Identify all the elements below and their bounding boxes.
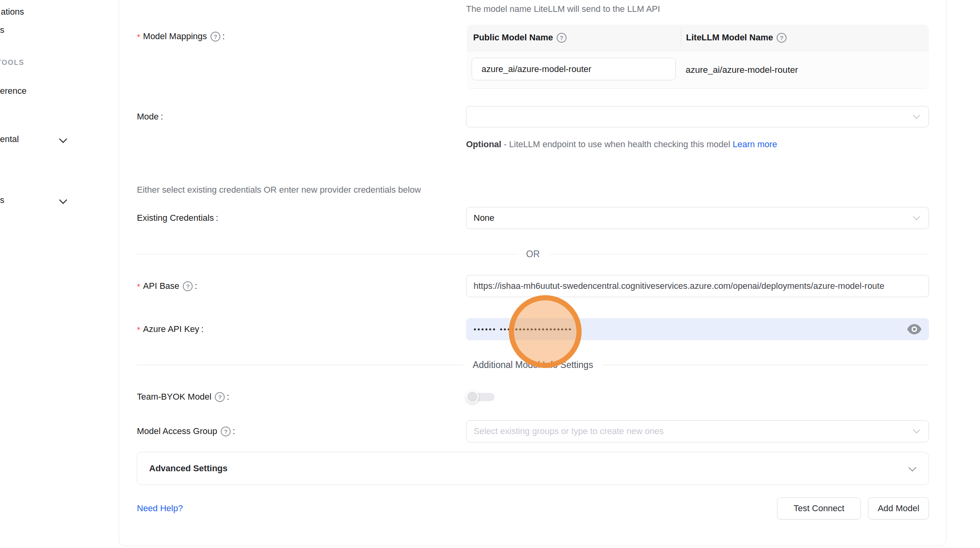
help-question-icon[interactable]: ? [215,392,225,402]
advanced-settings-panel[interactable]: Advanced Settings [137,452,929,485]
required-asterisk: * [137,32,140,42]
mode-label: Mode : [137,106,163,127]
mode-helper-text: Optional - LiteLLM endpoint to use when … [466,136,797,152]
learn-more-link[interactable]: Learn more [733,139,777,149]
label-text: Model Access Group [137,426,217,436]
api-base-input[interactable]: https://ishaa-mh6uutut-swedencentral.cog… [466,275,929,297]
chevron-down-icon [913,213,920,220]
help-question-icon[interactable]: ? [221,427,231,436]
label-text: Team-BYOK Model [137,392,211,402]
public-model-name-input[interactable]: azure_ai/azure-model-router [472,58,676,80]
toggle-handle [466,391,479,403]
label-text: API Base [143,281,180,291]
click-indicator-circle [509,295,582,368]
help-question-icon[interactable]: ? [183,281,193,291]
existing-credentials-label: Existing Credentials : [137,207,218,229]
api-base-label: * API Base ? : [137,275,197,297]
label-text: Existing Credentials [137,213,214,223]
sidebar-item-experimental[interactable]: ental [0,131,19,148]
required-asterisk: * [137,325,140,335]
helper-body: - LiteLLM endpoint to use when health ch… [501,139,733,149]
label-colon: : [222,31,225,42]
azure-api-key-label: * Azure API Key : [137,318,204,340]
sidebar-item-organizations[interactable]: ations [1,3,24,21]
header-text: Public Model Name [473,32,553,43]
need-help-link[interactable]: Need Help? [137,499,183,518]
help-question-icon[interactable]: ? [777,33,787,43]
header-text: LiteLLM Model Name [686,32,773,43]
select-placeholder: Select existing groups or type to create… [474,426,664,436]
test-connect-button[interactable]: Test Connect [777,497,861,520]
model-access-group-label: Model Access Group ? : [137,420,235,442]
header-public-model-name: Public Model Name ? [467,32,681,43]
help-question-icon[interactable]: ? [557,33,567,43]
label-text: Model Mappings [143,31,207,42]
label-colon: : [216,213,218,223]
sidebar-item-label: s [0,195,4,205]
chevron-down-icon[interactable] [59,135,67,143]
label-text: Azure API Key [143,324,199,334]
sidebar-item-api-reference[interactable]: erence [0,82,27,100]
model-mappings-label: * Model Mappings ? : [137,29,225,44]
chevron-down-icon[interactable] [59,196,67,204]
sidebar-item-label: erence [0,86,27,96]
sidebar-item-label: ations [1,7,24,17]
label-colon: : [233,426,235,436]
existing-credentials-select[interactable]: None [466,207,929,229]
table-header-row: Public Model Name ? LiteLLM Model Name ? [467,25,929,51]
team-byok-label: Team-BYOK Model ? : [137,386,229,408]
add-model-page: ations s TOOLS erence ental s The model … [0,0,980,548]
label-colon: : [201,324,203,334]
chevron-down-icon [913,112,920,119]
advanced-settings-title: Advanced Settings [149,463,227,474]
chevron-down-icon [908,464,916,472]
help-question-icon[interactable]: ? [210,32,220,42]
mode-select[interactable] [466,106,929,127]
team-byok-toggle[interactable] [466,391,495,403]
sidebar-section-label: TOOLS [0,59,24,67]
credentials-note: Either select existing credentials OR en… [137,183,421,197]
header-litellm-model-name: LiteLLM Model Name ? [681,32,929,43]
litellm-model-name-value: azure_ai/azure-model-router [686,51,798,89]
input-value: https://ishaa-mh6uutut-swedencentral.cog… [474,281,884,291]
sidebar-item-users[interactable]: s [0,21,4,39]
sidebar-item-label: s [0,25,4,35]
divider-text: OR [526,249,540,260]
sidebar-item-settings[interactable]: s [0,192,4,209]
input-value: azure_ai/azure-model-router [481,64,591,74]
helper-bold: Optional [466,139,501,149]
chevron-down-icon [913,426,920,433]
model-mappings-table: Public Model Name ? LiteLLM Model Name ?… [467,25,929,89]
label-colon: : [161,112,163,122]
model-name-helper-text: The model name LiteLLM will send to the … [466,4,660,14]
model-access-group-select[interactable]: Select existing groups or type to create… [466,420,929,442]
label-text: Mode [137,112,159,122]
sidebar-section-tools: TOOLS [0,55,24,70]
label-colon: : [227,392,229,402]
eye-icon[interactable] [907,324,921,334]
label-colon: : [195,281,197,291]
or-divider: OR [137,248,929,260]
add-model-button[interactable]: Add Model [868,497,929,520]
select-value: None [474,213,495,223]
sidebar-item-label: ental [0,134,19,144]
required-asterisk: * [137,282,140,292]
table-row: azure_ai/azure-model-router azure_ai/azu… [467,51,929,89]
